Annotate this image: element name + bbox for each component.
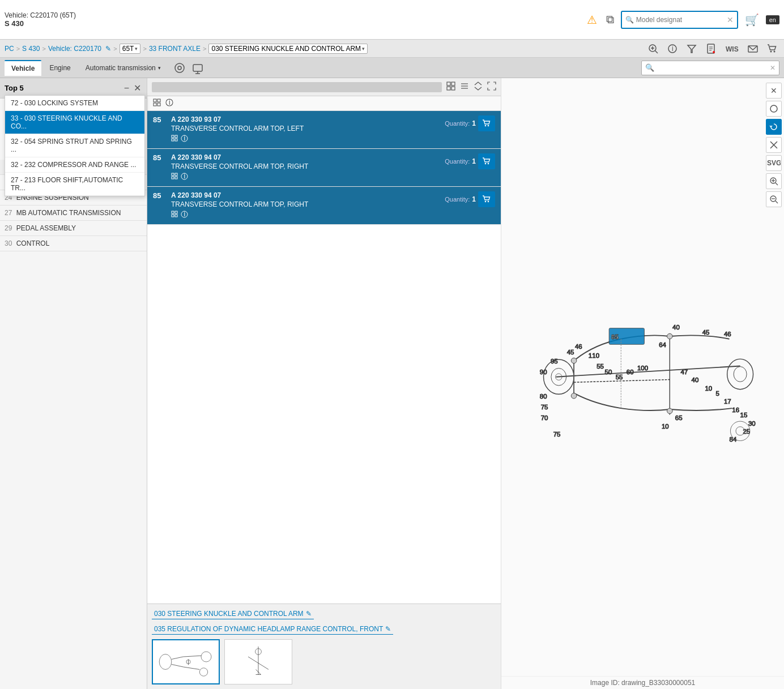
tab-vehicle[interactable]: Vehicle (5, 60, 41, 76)
part-details-1: A 220 330 94 07 TRANSVERSE CONTROL ARM T… (171, 153, 440, 182)
sidebar-item-27[interactable]: 27 MB AUTOMATIC TRANSMISSION (0, 206, 147, 221)
copy-button[interactable]: ⧉ (604, 11, 616, 28)
part-grid-icon-0[interactable] (171, 135, 178, 144)
tab-automatic-transmission[interactable]: Automatic transmission ▾ (79, 61, 168, 75)
sep-2: > (42, 45, 45, 52)
tab-extra-icon-1[interactable] (171, 59, 188, 76)
sidebar-collapse-btn[interactable]: − (123, 82, 130, 95)
zoom-in-button[interactable] (646, 42, 661, 55)
top5-item-0[interactable]: 72 - 030 LOCKING SYSTEM (5, 96, 144, 111)
top5-item-3[interactable]: 32 - 232 COMPRESSOR AND RANGE ... (5, 157, 144, 173)
filter-button[interactable] (684, 42, 699, 55)
svg-point-98 (667, 334, 673, 340)
doc-button[interactable] (704, 42, 718, 55)
parts-scroll-bar[interactable] (152, 82, 442, 92)
cart-bc-button[interactable] (765, 42, 779, 55)
diagram-image[interactable]: 80 75 70 (501, 78, 784, 676)
tab-search-input[interactable] (657, 64, 770, 72)
sidebar-close-btn[interactable]: ✕ (133, 82, 142, 95)
center-and-diagram: i 85 A 220 330 93 07 TRANSVERSE CONTROL … (147, 78, 784, 689)
svg-text:75: 75 (553, 431, 561, 438)
top5-item-2[interactable]: 32 - 054 SPRING STRUT AND SPRING ... (5, 134, 144, 157)
cart-button[interactable]: 🛒 (743, 11, 761, 29)
part-info-icon-2[interactable]: i (181, 211, 188, 220)
svg-rect-31 (154, 103, 156, 106)
breadcrumb-pc[interactable]: PC (5, 45, 14, 53)
parts-expand-icon[interactable] (474, 82, 483, 92)
svg-text:45: 45 (567, 349, 574, 356)
svg-point-42 (488, 125, 489, 127)
vehicle-edit-icon: ✎ (105, 45, 111, 53)
part-qty-area-1: Quantity: 1 (445, 153, 495, 169)
lang-badge[interactable]: en (766, 15, 779, 24)
svg-text:15: 15 (740, 412, 748, 419)
svg-point-57 (485, 201, 487, 203)
thumb-steering[interactable] (152, 639, 220, 684)
mail-button[interactable] (745, 42, 760, 55)
svg-text:70: 70 (541, 415, 548, 422)
thumb-regulation[interactable] (224, 639, 292, 684)
breadcrumb-frontaxle[interactable]: 33 FRONT AXLE (149, 45, 201, 53)
sidebar-item-29[interactable]: 29 PEDAL ASSEMBLY (0, 221, 147, 236)
tab-engine[interactable]: Engine (42, 61, 77, 75)
header-left: Vehicle: C220170 (65T) S 430 (5, 11, 76, 28)
top5-item-4[interactable]: 27 - 213 FLOOR SHIFT,AUTOMATIC TR... (5, 173, 144, 196)
model-search-input[interactable] (636, 16, 727, 24)
part-grid-icon-1[interactable] (171, 173, 178, 182)
diag-zoom-out-btn[interactable] (766, 191, 782, 207)
svg-line-62 (172, 657, 184, 660)
sep-3: > (113, 45, 117, 52)
diag-svg-btn[interactable]: SVG (766, 155, 782, 171)
top5-popup: 72 - 030 LOCKING SYSTEM 33 - 030 STEERIN… (5, 95, 145, 196)
part-row-0[interactable]: 85 A 220 330 93 07 TRANSVERSE CONTROL AR… (147, 111, 501, 149)
parts-grid-icon[interactable] (446, 82, 455, 92)
diagram-footer: Image ID: drawing_B33030000051 (501, 676, 784, 689)
tab-search-clear[interactable]: ✕ (770, 64, 776, 72)
add-to-cart-btn-1[interactable] (478, 153, 495, 169)
sidebar-item-30[interactable]: 30 CONTROL (0, 236, 147, 251)
model-label: S 430 (5, 19, 76, 28)
part-pos-0: 85 (153, 115, 167, 124)
part-code-1: A 220 330 94 07 (171, 153, 440, 161)
breadcrumb-s430[interactable]: S 430 (22, 45, 40, 53)
svg-point-96 (571, 358, 577, 364)
svg-text:90: 90 (540, 369, 547, 375)
alert-button[interactable]: ⚠ (585, 11, 599, 29)
breadcrumb-65t-dropdown[interactable]: 65T ▾ (120, 44, 141, 54)
wis-button[interactable]: WIS (723, 42, 741, 55)
bottom-tab-1[interactable]: 035 REGULATION OF DYNAMIC HEADLAMP RANGE… (152, 624, 393, 635)
svg-text:10: 10 (662, 423, 669, 430)
part-grid-icon-2[interactable] (171, 211, 178, 220)
svg-rect-38 (175, 139, 177, 141)
svg-point-15 (770, 50, 772, 52)
diag-history-btn[interactable] (766, 119, 782, 135)
svg-point-41 (485, 125, 487, 127)
breadcrumb-steering-dropdown[interactable]: 030 STEERING KNUCKLE AND CONTROL ARM ▾ (208, 44, 368, 54)
breadcrumb-vehicle[interactable]: Vehicle: C220170 ✎ (48, 45, 111, 53)
diag-close-btn[interactable]: ✕ (766, 83, 782, 99)
part-info-icon-0[interactable]: i (181, 135, 188, 144)
parts-list-icon[interactable] (460, 82, 469, 92)
diag-cross-btn[interactable] (766, 137, 782, 153)
part-details-0: A 220 330 93 07 TRANSVERSE CONTROL ARM T… (171, 115, 440, 144)
part-info-icon-1[interactable]: i (181, 173, 188, 182)
top5-item-1[interactable]: 33 - 030 STEERING KNUCKLE AND CO... (5, 111, 144, 134)
parts-fullscreen-icon[interactable] (487, 82, 496, 92)
part-icons-0: i (171, 135, 440, 144)
tab-bar: Vehicle Engine Automatic transmission ▾ … (0, 58, 784, 78)
svg-rect-30 (157, 99, 160, 102)
add-to-cart-btn-2[interactable] (478, 191, 495, 207)
part-row-1[interactable]: 85 A 220 330 94 07 TRANSVERSE CONTROL AR… (147, 149, 501, 187)
part-row-2[interactable]: 85 A 220 330 94 07 TRANSVERSE CONTROL AR… (147, 187, 501, 225)
parts-header-grid[interactable] (153, 99, 161, 108)
diag-zoom-in-btn[interactable] (766, 173, 782, 189)
svg-text:50: 50 (605, 369, 612, 375)
tab-extra-icon-2[interactable] (189, 59, 206, 76)
search-clear-icon[interactable]: ✕ (727, 15, 734, 24)
diag-circle-btn[interactable] (766, 101, 782, 117)
parts-header-info[interactable]: i (165, 99, 173, 108)
bottom-tab-0[interactable]: 030 STEERING KNUCKLE AND CONTROL ARM ✎ (152, 609, 314, 619)
add-to-cart-btn-0[interactable] (478, 115, 495, 131)
svg-rect-22 (447, 82, 450, 85)
info-button[interactable]: i (665, 42, 680, 55)
